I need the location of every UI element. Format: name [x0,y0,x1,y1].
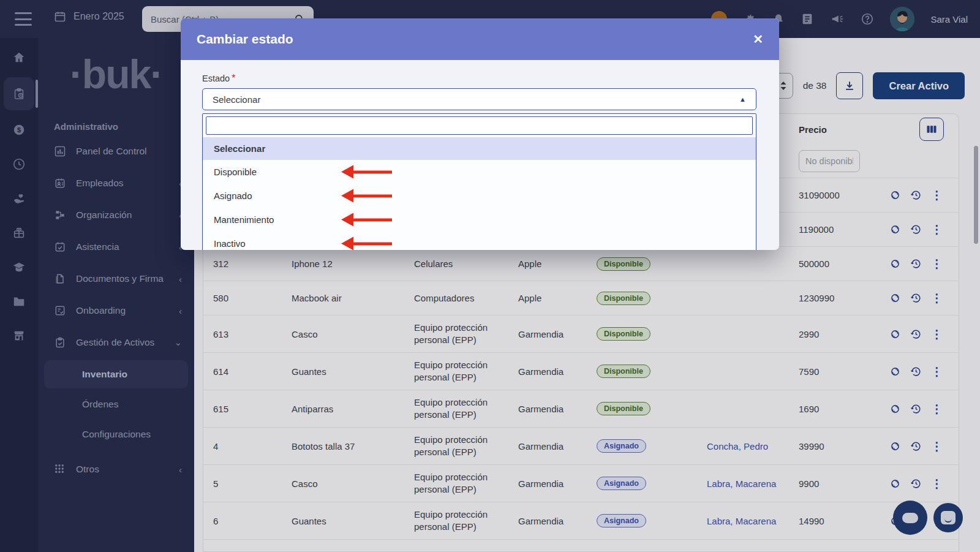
required-asterisk: * [232,73,235,83]
caret-up-icon: ▲ [739,96,746,103]
modal-body: Estado* Seleccionar ▲ Seleccionar Dispon… [181,60,779,250]
modal-header: Cambiar estado ✕ [181,18,779,60]
annotation-arrow [353,218,392,221]
dropdown-search-input[interactable] [206,116,753,135]
option-seleccionar[interactable]: Seleccionar [203,137,756,160]
option-mantenimiento[interactable]: Mantenimiento [203,208,756,232]
option-inactivo[interactable]: Inactivo [203,232,756,250]
change-status-modal: Cambiar estado ✕ Estado* Seleccionar ▲ S… [181,18,779,250]
option-asignado[interactable]: Asignado [203,184,756,208]
close-icon[interactable]: ✕ [753,33,763,45]
estado-select[interactable]: Seleccionar ▲ [202,88,756,110]
estado-field-label: Estado [202,74,230,83]
option-disponible[interactable]: Disponible [203,160,756,184]
estado-dropdown: Seleccionar Disponible Asignado Mantenim… [202,113,756,250]
annotation-arrow [353,170,392,173]
annotation-arrow [353,194,392,197]
modal-title: Cambiar estado [197,32,753,47]
annotation-arrow [353,242,392,245]
